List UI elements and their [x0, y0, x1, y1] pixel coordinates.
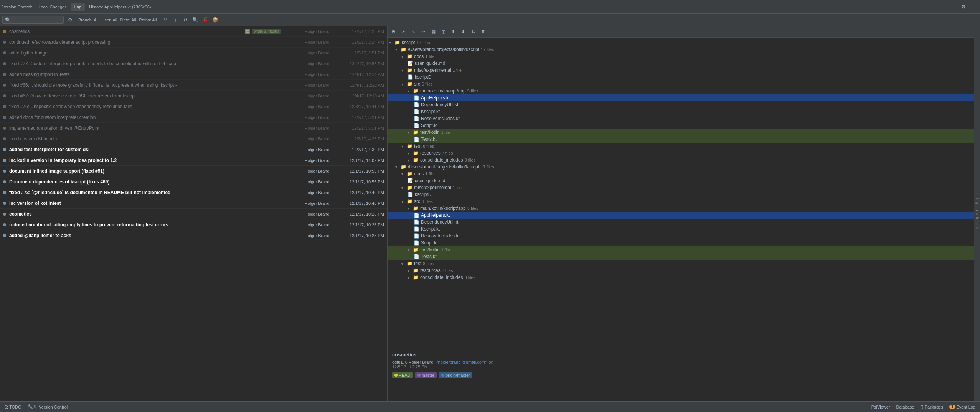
tree-file-item[interactable]: 📝user_guide.md	[388, 60, 974, 67]
commit-dot	[3, 62, 6, 65]
tree-folder-item[interactable]: ▾📁docs1 file	[388, 53, 974, 60]
tree-file-item[interactable]: 📄Kscript.kt	[388, 226, 974, 232]
stash-icon[interactable]: 📦	[211, 16, 219, 24]
next-diff-icon[interactable]: ⬇	[459, 28, 467, 36]
tree-file-item[interactable]: 📄Script.kt	[388, 239, 974, 246]
commit-row[interactable]: Document dependencies of kscript (fixes …	[0, 176, 387, 187]
search-input[interactable]	[12, 18, 58, 22]
tree-file-item[interactable]: 📄AppHelpers.kt	[388, 212, 974, 219]
status-rpackages[interactable]: R Packages	[919, 404, 945, 410]
commit-row[interactable]: continued refac towards cleaner script p…	[0, 37, 387, 48]
tree-count: 1 file	[425, 171, 434, 176]
commit-row[interactable]: fixed custom dsl headerHolger Brandl12/2…	[0, 133, 387, 144]
tree-folder-item[interactable]: ▾📁resources7 files	[388, 150, 974, 157]
tree-file-item[interactable]: 📄Kscript.kt	[388, 108, 974, 115]
tree-folder-item[interactable]: ▾📁src6 files	[388, 198, 974, 205]
tree-folder-item[interactable]: ▾📁consolidate_includes3 files	[388, 157, 974, 163]
tree-folder-item[interactable]: ▾📁test/kotlin1 file	[388, 129, 974, 136]
tab-log[interactable]: Log	[71, 3, 85, 11]
group-icon[interactable]: ▦	[429, 28, 437, 36]
collapse-icon[interactable]: ⤡	[409, 28, 417, 36]
commit-date: 12/1/17, 11:09 PM	[330, 158, 384, 163]
tree-folder-item[interactable]: ▾📁test8 files	[388, 143, 974, 150]
tree-file-item[interactable]: 📄AppHelpers.kt	[388, 94, 974, 101]
tree-folder-item[interactable]: ▾📁misc/experimental1 file	[388, 67, 974, 74]
diff-icon[interactable]: ◫	[439, 28, 447, 36]
collapse-all-icon[interactable]: ⇈	[479, 28, 487, 36]
magnify-icon[interactable]: 🔍	[191, 16, 200, 24]
commit-row[interactable]: fixed #77: Custom interpreter preamble n…	[0, 58, 387, 69]
commit-row[interactable]: fixed #67: Allow to derive custom DSL in…	[0, 91, 387, 101]
commit-row[interactable]: added test interpreter for custom dslHol…	[0, 144, 387, 155]
undo-icon[interactable]: ↩	[419, 28, 427, 36]
tree-file-item[interactable]: 📄DependencyUtil.kt	[388, 101, 974, 108]
commit-row[interactable]: added missing import in TestsHolger Bran…	[0, 69, 387, 80]
tree-folder-item[interactable]: ▾📁main/kotlin/kscript/app5 files	[388, 205, 974, 212]
cherry-pick-icon[interactable]: 🍒	[201, 16, 210, 24]
commit-row[interactable]: cosmeticsHolger Brandl12/1/17, 10:28 PM	[0, 209, 387, 219]
tree-count: 17 files	[481, 165, 494, 169]
commit-row[interactable]: inc version of kotlintestHolger Brandl12…	[0, 198, 387, 209]
tab-local-changes[interactable]: Local Changes	[35, 3, 70, 11]
tree-folder-item[interactable]: ▾📁kscript17 files	[388, 39, 974, 46]
filter-settings-icon[interactable]: ⚙	[66, 16, 74, 24]
tree-folder-item[interactable]: ▾📁src6 files	[388, 81, 974, 87]
settings-right-icon[interactable]: ⚙	[389, 28, 398, 36]
status-database[interactable]: Database	[894, 404, 916, 410]
tree-folder-item[interactable]: ▾📁test/kotlin1 file	[388, 246, 974, 253]
tree-file-item[interactable]: 📄Tests.kt	[388, 136, 974, 143]
tree-file-item[interactable]: 📝user_guide.md	[388, 177, 974, 184]
tree-file-item[interactable]: 📄Script.kt	[388, 122, 974, 129]
tree-folder-label: resources	[420, 150, 441, 156]
commit-row[interactable]: document inlined image support (fixed #5…	[0, 166, 387, 176]
commit-dot	[3, 51, 6, 54]
prev-diff-icon[interactable]: ⬆	[449, 28, 457, 36]
tree-folder-item[interactable]: ▾📁resources7 files	[388, 267, 974, 274]
commit-row[interactable]: inc kotlin version in temporary idea pro…	[0, 155, 387, 166]
tree-folder-item[interactable]: ▾📁consolidate_includes3 files	[388, 274, 974, 281]
expand-all-icon[interactable]: ⇊	[469, 28, 477, 36]
tree-file-item[interactable]: 📄ResolveIncludes.kt	[388, 232, 974, 239]
fetch-icon[interactable]: ↓	[171, 16, 180, 24]
tree-folder-item[interactable]: ▾📁main/kotlin/kscript/app5 files	[388, 87, 974, 94]
tree-file-item[interactable]: 📄ResolveIncludes.kt	[388, 115, 974, 122]
search-wrap[interactable]: 🔍	[2, 16, 64, 24]
commit-row[interactable]: fixed #76: Unspecific error when depende…	[0, 101, 387, 112]
tree-folder-item[interactable]: ▾📁/Users/brandl/projects/kotlin/kscript1…	[388, 46, 974, 53]
tree-folder-item[interactable]: ▾📁misc/experimental1 file	[388, 184, 974, 191]
tree-folder-item[interactable]: ▾📁docs1 file	[388, 170, 974, 177]
tree-path-item[interactable]: ▾📁/Users/brandl/projects/kotlin/kscript1…	[388, 163, 974, 170]
expand-icon[interactable]: ⤢	[399, 28, 408, 36]
tree-file-item[interactable]: 📄kscriptD	[388, 74, 974, 81]
tree-file-item[interactable]: 📄DependencyUtil.kt	[388, 219, 974, 226]
status-eventlog[interactable]: 1 Event Log	[948, 404, 977, 410]
branch-icon[interactable]: ⑂	[161, 16, 170, 24]
tree-file-item[interactable]: 📄kscriptD	[388, 191, 974, 198]
commit-row[interactable]: implemented annotation driven @EntryPoin…	[0, 123, 387, 133]
settings-icon[interactable]: ⚙	[959, 3, 968, 11]
commit-row[interactable]: added docs for custom interpreter creati…	[0, 112, 387, 123]
commit-row[interactable]: added gitter badgeHolger Brandl12/5/17, …	[0, 48, 387, 58]
sh-file-icon: 📄	[408, 74, 413, 80]
folder-icon: 📁	[401, 164, 406, 170]
commit-row[interactable]: reduced number of tailing empty lines to…	[0, 219, 387, 230]
commit-author: Holger Brandl	[284, 126, 330, 130]
tab-history[interactable]: History: AppHelpers.kt (7365c06)	[85, 3, 155, 11]
tree-folder-item[interactable]: ▾📁test8 files	[388, 260, 974, 267]
status-psiviewer[interactable]: PsiViewer	[870, 404, 892, 410]
status-todo[interactable]: 6: TODO	[3, 404, 23, 410]
minimize-icon[interactable]: —	[969, 3, 978, 11]
commit-row[interactable]: fixed #73: `@file:Include` is documented…	[0, 187, 387, 198]
master-dot	[417, 374, 421, 377]
tree-count: 7 files	[442, 151, 453, 155]
commit-date: 12/3/17, 10:41 PM	[330, 104, 384, 109]
commit-row[interactable]: fixed #66: it should die more gracefully…	[0, 80, 387, 91]
commit-row[interactable]: added @ilanpillemer to acksHolger Brandl…	[0, 230, 387, 241]
commit-dot	[3, 127, 6, 130]
tree-arrow-icon: ▾	[401, 54, 407, 59]
refresh-icon[interactable]: ↺	[181, 16, 190, 24]
commit-row[interactable]: cosmetics🔀origin & masterHolger Brandl12…	[0, 26, 387, 37]
commit-message: continued refac towards cleaner script p…	[9, 40, 278, 45]
tree-file-item[interactable]: 📄Tests.kt	[388, 253, 974, 260]
status-version-control[interactable]: 🔧 9: Version Control	[26, 404, 69, 410]
